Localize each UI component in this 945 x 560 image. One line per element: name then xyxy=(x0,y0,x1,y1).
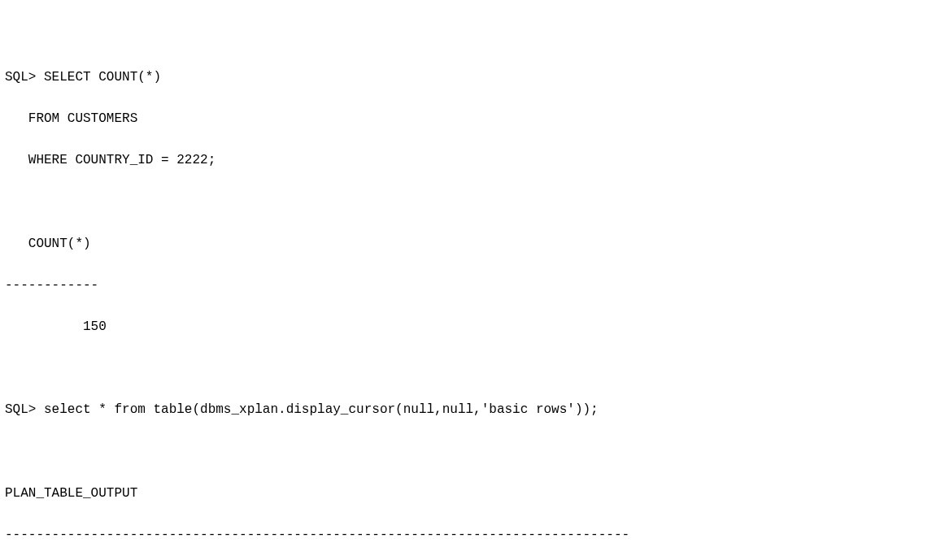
result1-value: 150 xyxy=(5,317,940,338)
blank-line xyxy=(5,192,940,213)
sql-query1-line2: FROM CUSTOMERS xyxy=(5,109,940,130)
sql-query1-line1: SQL> SELECT COUNT(*) xyxy=(5,67,940,89)
plan-divider-long: ----------------------------------------… xyxy=(5,525,940,546)
result1-divider: ------------ xyxy=(5,276,940,297)
blank-line xyxy=(5,358,940,380)
sql-query2: SQL> select * from table(dbms_xplan.disp… xyxy=(5,400,940,421)
plan-header: PLAN_TABLE_OUTPUT xyxy=(5,484,940,505)
blank-line xyxy=(5,441,940,462)
sql-query1-line3: WHERE COUNTRY_ID = 2222; xyxy=(5,150,940,171)
result1-header: COUNT(*) xyxy=(5,234,940,255)
